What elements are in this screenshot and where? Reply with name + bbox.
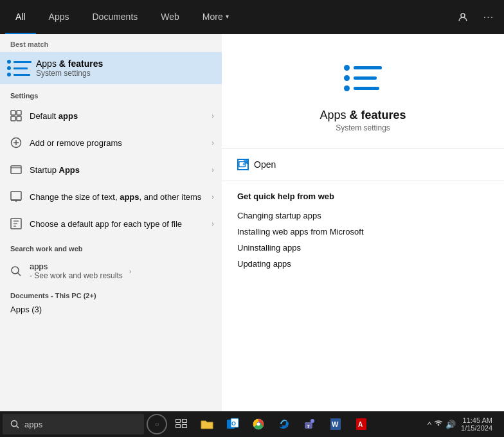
tray-volume-icon[interactable]: 🔊: [446, 420, 456, 429]
add-remove-label: Add or remove programs: [30, 138, 205, 148]
help-link-3[interactable]: Uninstalling apps: [237, 240, 489, 256]
taskbar-search-input[interactable]: [24, 420, 136, 429]
svg-rect-24: [183, 420, 187, 423]
tab-all[interactable]: All: [5, 0, 36, 34]
open-button[interactable]: Open: [222, 148, 504, 181]
cortana-button[interactable]: ○: [147, 414, 167, 434]
choose-default-label: Choose a default app for each type of fi…: [30, 219, 205, 229]
app-name-bold: & features: [346, 109, 406, 121]
search-web-query-label: apps: [30, 262, 123, 271]
teams-button[interactable]: T: [298, 413, 321, 436]
tray-wifi-icon[interactable]: [434, 420, 443, 429]
svg-point-34: [310, 419, 314, 423]
right-app-info: Apps & features System settings: [222, 34, 504, 148]
svg-text:W: W: [332, 420, 339, 428]
change-size-label: Change the size of text, apps, and other…: [30, 192, 205, 202]
edge-button[interactable]: [273, 413, 296, 436]
svg-line-22: [17, 426, 19, 429]
choose-default-icon: [9, 217, 23, 231]
chevron-right-icon-4: ›: [212, 193, 214, 201]
outlook-button[interactable]: O: [221, 413, 244, 436]
clock-date: 1/15/2024: [461, 424, 492, 432]
tab-apps[interactable]: Apps: [39, 0, 80, 34]
docs-section: Documents - This PC (2+) Apps (3): [0, 287, 222, 319]
acrobat-button[interactable]: A: [350, 413, 373, 436]
setting-change-size[interactable]: Change the size of text, apps, and other…: [0, 183, 222, 210]
help-link-1[interactable]: Changing startup apps: [237, 208, 489, 224]
help-link-2[interactable]: Installing web apps from Microsoft: [237, 224, 489, 240]
search-icon: [10, 420, 19, 429]
tab-documents[interactable]: Documents: [82, 0, 148, 34]
best-match-item[interactable]: Apps & features System settings: [0, 52, 222, 84]
quick-help-section: Get quick help from web Changing startup…: [222, 181, 504, 282]
svg-text:A: A: [358, 421, 363, 428]
tray-icon-1[interactable]: ^: [428, 420, 431, 429]
svg-text:O: O: [231, 420, 236, 427]
top-navigation: All Apps Documents Web More ▾ ···: [0, 0, 504, 34]
chevron-down-icon: ▾: [226, 13, 229, 20]
startup-apps-icon: [9, 163, 23, 177]
nav-icons: ···: [453, 7, 499, 28]
svg-rect-8: [11, 166, 21, 174]
setting-default-apps[interactable]: Default apps ›: [0, 102, 222, 129]
svg-rect-1: [11, 111, 15, 115]
word-button[interactable]: W: [324, 413, 347, 436]
best-match-title-bold: & features: [59, 58, 103, 69]
search-web-text: apps - See work and web results: [30, 262, 123, 280]
default-apps-label: Default apps: [30, 111, 205, 121]
setting-startup-apps[interactable]: Startup Apps ›: [0, 156, 222, 183]
setting-choose-default[interactable]: Choose a default app for each type of fi…: [0, 210, 222, 237]
quick-help-title: Get quick help from web: [237, 192, 489, 201]
svg-line-18: [18, 272, 21, 276]
web-search-icon: [9, 264, 23, 278]
svg-rect-2: [17, 111, 21, 115]
add-remove-icon: [9, 136, 23, 150]
main-area: Best match Apps & features System settin…: [0, 34, 504, 424]
svg-text:T: T: [307, 424, 310, 429]
best-match-text: Apps & features System settings: [36, 58, 103, 78]
svg-line-20: [243, 161, 247, 165]
svg-point-21: [12, 421, 17, 427]
file-explorer-button[interactable]: [195, 413, 219, 436]
svg-rect-23: [176, 420, 181, 423]
chrome-button[interactable]: [247, 413, 270, 436]
tab-more[interactable]: More ▾: [192, 0, 239, 34]
apps-count-item[interactable]: Apps (3): [10, 302, 212, 317]
svg-point-0: [461, 13, 465, 17]
system-tray: ^ 🔊 11:45 AM 1/15/2024: [428, 416, 501, 432]
app-big-icon: [340, 55, 386, 101]
left-panel: Best match Apps & features System settin…: [0, 34, 222, 424]
best-match-subtitle: System settings: [36, 69, 103, 78]
right-app-name: Apps & features: [320, 109, 406, 122]
svg-rect-25: [176, 425, 181, 428]
apps-features-icon: [10, 59, 28, 77]
svg-point-32: [257, 423, 260, 426]
right-app-subtitle: System settings: [336, 123, 390, 132]
svg-point-17: [12, 267, 19, 274]
taskbar-search-box[interactable]: [3, 414, 144, 434]
chevron-right-icon-3: ›: [212, 166, 214, 174]
svg-rect-26: [183, 425, 187, 428]
help-link-4[interactable]: Updating apps: [237, 256, 489, 272]
ellipsis-icon[interactable]: ···: [478, 7, 499, 28]
svg-rect-19: [239, 162, 246, 167]
best-match-header: Best match: [0, 34, 222, 52]
docs-header: Documents - This PC (2+): [10, 292, 212, 302]
svg-rect-3: [11, 116, 15, 121]
chevron-right-icon-5: ›: [212, 220, 214, 227]
person-icon[interactable]: [453, 7, 473, 28]
taskbar: ○ O: [0, 411, 504, 437]
search-web-item[interactable]: apps - See work and web results ›: [0, 255, 222, 287]
tab-web[interactable]: Web: [150, 0, 190, 34]
settings-header: Settings: [0, 87, 222, 102]
tray-icons: ^ 🔊: [428, 420, 456, 429]
tray-time: 11:45 AM 1/15/2024: [457, 416, 496, 432]
svg-rect-10: [11, 192, 21, 200]
right-panel: Apps & features System settings Open Get…: [222, 34, 504, 424]
search-web-section: Search work and web apps - See work and …: [0, 237, 222, 287]
task-view-button[interactable]: [170, 413, 193, 436]
setting-add-remove[interactable]: Add or remove programs ›: [0, 129, 222, 156]
settings-section: Settings Default apps ›: [0, 84, 222, 237]
clock-time: 11:45 AM: [461, 416, 492, 424]
svg-rect-4: [17, 116, 21, 121]
